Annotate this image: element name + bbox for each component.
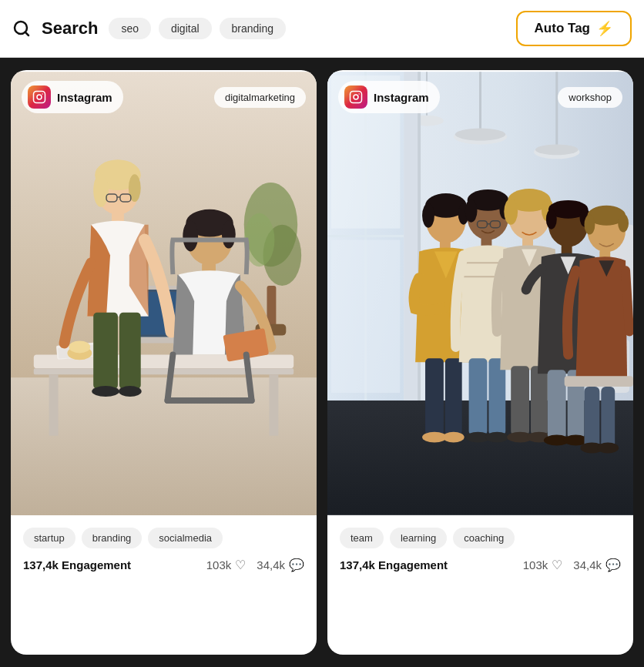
svg-point-33 bbox=[183, 221, 198, 252]
svg-rect-10 bbox=[34, 368, 293, 374]
svg-rect-79 bbox=[469, 358, 488, 434]
svg-point-70 bbox=[443, 432, 465, 443]
card-1-comments: 34,4k 💬 bbox=[257, 558, 304, 572]
card-2-tag-0[interactable]: team bbox=[340, 528, 384, 548]
card-2-platform-name: Instagram bbox=[374, 91, 429, 104]
comment-icon-1: 💬 bbox=[289, 558, 304, 572]
svg-point-73 bbox=[465, 199, 478, 223]
svg-point-85 bbox=[504, 199, 518, 225]
auto-tag-button[interactable]: Auto Tag ⚡ bbox=[516, 11, 632, 46]
card-1-comments-count: 34,4k bbox=[257, 558, 285, 571]
card-2-tag-2[interactable]: coaching bbox=[453, 528, 515, 548]
svg-rect-28 bbox=[119, 313, 141, 389]
svg-point-103 bbox=[584, 215, 595, 235]
card-2-category-tag: workshop bbox=[558, 87, 622, 108]
svg-point-64 bbox=[422, 203, 434, 228]
svg-point-54 bbox=[535, 144, 579, 155]
heart-icon-2: ♡ bbox=[552, 558, 562, 572]
card-1-footer: startup branding socialmedia 137,4k Enga… bbox=[11, 517, 317, 582]
tag-branding[interactable]: branding bbox=[220, 18, 287, 39]
card-1-stats: 137,4k Engagement 103k ♡ 34,4k 💬 bbox=[23, 558, 304, 572]
card-2-overlay: Instagram workshop bbox=[338, 81, 622, 113]
svg-rect-107 bbox=[584, 387, 599, 447]
card-1-platform-name: Instagram bbox=[57, 91, 112, 104]
svg-point-40 bbox=[37, 95, 42, 99]
svg-point-110 bbox=[597, 443, 619, 454]
header-bar: Search seo digital branding Auto Tag ⚡ bbox=[0, 0, 644, 58]
svg-rect-106 bbox=[565, 376, 633, 387]
svg-rect-88 bbox=[511, 366, 529, 434]
card-1: Instagram digitalmarketing startup brand… bbox=[11, 70, 317, 655]
search-icon bbox=[12, 19, 31, 38]
card-2-tag-1[interactable]: learning bbox=[390, 528, 447, 548]
tag-digital[interactable]: digital bbox=[159, 18, 212, 39]
svg-rect-108 bbox=[601, 387, 615, 447]
card-2-likes-count: 103k bbox=[523, 558, 548, 571]
instagram-icon-1 bbox=[28, 85, 51, 109]
svg-rect-89 bbox=[531, 366, 548, 434]
search-section: Search seo digital branding bbox=[12, 18, 504, 39]
svg-point-104 bbox=[618, 214, 629, 233]
search-label: Search bbox=[42, 18, 98, 39]
lightning-icon: ⚡ bbox=[596, 20, 613, 37]
card-2-photo bbox=[327, 70, 633, 517]
svg-rect-111 bbox=[351, 92, 362, 103]
svg-rect-48 bbox=[331, 240, 400, 394]
svg-rect-39 bbox=[34, 92, 45, 103]
card-2-engagement: 137,4k Engagement bbox=[340, 558, 448, 571]
card-2-tags: team learning coaching bbox=[340, 528, 621, 548]
card-2-platform-badge: Instagram bbox=[338, 81, 440, 113]
svg-point-112 bbox=[354, 95, 358, 99]
card-2-likes: 103k ♡ bbox=[523, 558, 563, 572]
heart-icon-1: ♡ bbox=[235, 558, 246, 572]
svg-point-38 bbox=[69, 341, 90, 354]
search-tags-row: seo digital branding bbox=[109, 18, 286, 39]
card-1-photo bbox=[11, 70, 317, 517]
card-1-tags: startup branding socialmedia bbox=[23, 528, 304, 548]
card-1-tag-0[interactable]: startup bbox=[23, 528, 75, 548]
svg-point-41 bbox=[42, 93, 43, 95]
card-2-comments: 34,4k 💬 bbox=[573, 558, 621, 572]
svg-point-113 bbox=[358, 93, 360, 95]
comment-icon-2: 💬 bbox=[605, 558, 621, 572]
svg-point-29 bbox=[92, 386, 119, 397]
svg-rect-67 bbox=[425, 358, 444, 434]
svg-point-30 bbox=[119, 386, 142, 397]
card-1-tag-2[interactable]: socialmedia bbox=[148, 528, 223, 548]
svg-point-51 bbox=[455, 129, 506, 141]
instagram-icon-2 bbox=[344, 85, 367, 109]
card-2-comments-count: 34,4k bbox=[573, 558, 602, 571]
card-2-footer: team learning coaching 137,4k Engagement… bbox=[327, 517, 633, 582]
svg-rect-57 bbox=[404, 72, 418, 401]
svg-point-82 bbox=[485, 432, 508, 443]
tag-seo[interactable]: seo bbox=[109, 18, 151, 39]
card-1-category-tag: digitalmarketing bbox=[214, 87, 306, 108]
card-2: Instagram workshop team learning coachin… bbox=[327, 70, 633, 655]
svg-rect-97 bbox=[548, 370, 566, 438]
card-1-likes-count: 103k bbox=[206, 558, 232, 571]
svg-rect-68 bbox=[445, 358, 462, 434]
svg-rect-11 bbox=[49, 374, 59, 435]
svg-point-94 bbox=[546, 209, 557, 230]
card-1-likes: 103k ♡ bbox=[206, 558, 247, 572]
svg-rect-12 bbox=[269, 374, 278, 435]
svg-rect-27 bbox=[93, 313, 118, 389]
card-2-stats: 137,4k Engagement 103k ♡ 34,4k 💬 bbox=[340, 558, 621, 572]
card-2-image-area: Instagram workshop bbox=[327, 70, 633, 517]
svg-point-21 bbox=[93, 173, 109, 207]
svg-point-34 bbox=[222, 221, 236, 249]
card-1-platform-badge: Instagram bbox=[22, 81, 123, 113]
card-1-overlay: Instagram digitalmarketing bbox=[22, 81, 306, 113]
card-1-stats-right: 103k ♡ 34,4k 💬 bbox=[206, 558, 304, 572]
card-1-tag-1[interactable]: branding bbox=[82, 528, 143, 548]
auto-tag-label: Auto Tag bbox=[535, 21, 590, 36]
card-1-image-area: Instagram digitalmarketing bbox=[11, 70, 317, 517]
cards-container: Instagram digitalmarketing startup brand… bbox=[0, 58, 644, 667]
svg-line-1 bbox=[25, 32, 29, 35]
card-1-engagement: 137,4k Engagement bbox=[23, 558, 131, 571]
card-2-stats-right: 103k ♡ 34,4k 💬 bbox=[523, 558, 621, 572]
